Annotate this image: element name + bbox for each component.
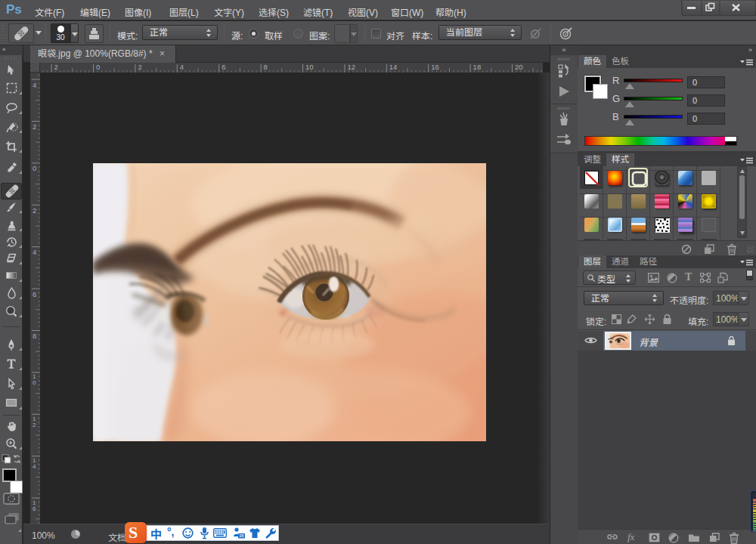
svg-text:0: 0 [33, 379, 36, 386]
svg-text:16: 16 [431, 63, 439, 71]
svg-text:2: 2 [33, 122, 36, 131]
svg-text:12: 12 [347, 63, 355, 71]
svg-text:6: 6 [222, 63, 225, 71]
svg-text:15: 15 [239, 533, 243, 538]
svg-text:2: 2 [33, 206, 36, 215]
svg-text:4: 4 [33, 248, 36, 256]
svg-text:8: 8 [33, 332, 36, 340]
svg-text:2: 2 [33, 422, 36, 428]
svg-text:10: 10 [305, 63, 314, 71]
svg-text:6: 6 [33, 505, 36, 512]
svg-text:2: 2 [54, 63, 58, 71]
svg-text:8: 8 [264, 63, 268, 71]
svg-text:18: 18 [473, 63, 482, 71]
svg-text:4: 4 [33, 463, 36, 470]
svg-text:2: 2 [138, 63, 141, 71]
svg-text:6: 6 [33, 290, 36, 298]
svg-text:0: 0 [96, 63, 100, 71]
svg-text:20: 20 [515, 63, 523, 71]
svg-text:14: 14 [389, 63, 398, 71]
svg-text:0: 0 [33, 164, 36, 172]
svg-text:4: 4 [33, 81, 36, 89]
svg-text:4: 4 [180, 63, 184, 71]
